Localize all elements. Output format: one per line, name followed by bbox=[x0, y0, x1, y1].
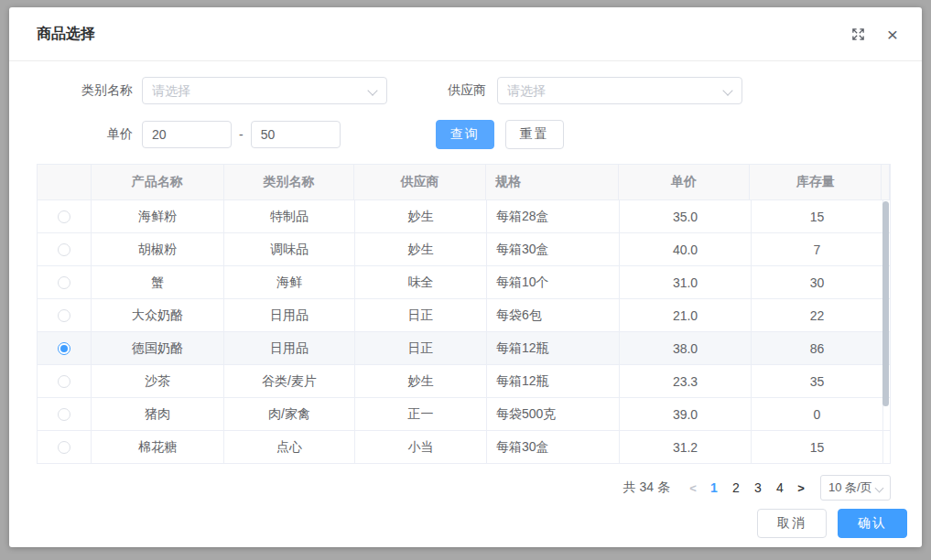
cell-category: 肉/家禽 bbox=[224, 398, 355, 430]
supplier-select-input[interactable] bbox=[497, 77, 742, 104]
cell-spec: 每箱12瓶 bbox=[487, 332, 620, 364]
radio-icon[interactable] bbox=[58, 441, 70, 454]
radio-icon[interactable] bbox=[58, 276, 70, 289]
cell-product: 棉花糖 bbox=[92, 431, 224, 463]
cell-product: 沙茶 bbox=[92, 365, 224, 397]
row-radio-cell bbox=[38, 332, 92, 364]
cell-price: 39.0 bbox=[620, 398, 752, 430]
cell-product: 蟹 bbox=[92, 266, 224, 298]
price-min-input[interactable] bbox=[142, 121, 232, 148]
page-number-3[interactable]: 3 bbox=[748, 480, 768, 495]
category-select-input[interactable] bbox=[142, 77, 387, 104]
header-product: 产品名称 bbox=[92, 165, 224, 199]
radio-icon[interactable] bbox=[58, 309, 70, 322]
cell-spec: 每箱30盒 bbox=[487, 233, 620, 265]
cell-category: 点心 bbox=[224, 431, 355, 463]
close-icon[interactable]: × bbox=[883, 25, 902, 43]
dialog-footer: 取消 确认 bbox=[757, 509, 907, 538]
table-row[interactable]: 蟹海鲜味全每箱10个31.030 bbox=[38, 265, 890, 298]
table-row[interactable]: 海鲜粉特制品妙生每箱28盒35.015 bbox=[38, 199, 890, 232]
cancel-button[interactable]: 取消 bbox=[757, 509, 827, 538]
cell-supplier: 味全 bbox=[355, 266, 487, 298]
product-table: 产品名称 类别名称 供应商 规格 单价 库存量 海鲜粉特制品妙生每箱28盒35.… bbox=[37, 164, 891, 464]
cell-supplier: 日正 bbox=[355, 299, 487, 331]
cell-price: 40.0 bbox=[620, 233, 752, 265]
search-button[interactable]: 查询 bbox=[436, 120, 494, 149]
price-label: 单价 bbox=[9, 126, 142, 143]
cell-stock: 7 bbox=[752, 233, 883, 265]
row-radio-cell bbox=[38, 299, 92, 331]
page-list: 1234 bbox=[703, 480, 791, 495]
page-number-1[interactable]: 1 bbox=[704, 480, 724, 495]
radio-icon[interactable] bbox=[58, 243, 70, 256]
page-size-select[interactable]: 10 条/页 bbox=[820, 475, 891, 501]
cell-stock: 22 bbox=[752, 299, 883, 331]
supplier-label: 供应商 bbox=[387, 82, 497, 99]
cell-category: 海鲜 bbox=[224, 266, 355, 298]
cell-stock: 15 bbox=[752, 431, 883, 463]
cell-stock: 15 bbox=[752, 200, 883, 232]
table-row[interactable]: 大众奶酪日用品日正每袋6包21.022 bbox=[38, 298, 890, 331]
table-row[interactable]: 胡椒粉调味品妙生每箱30盒40.07 bbox=[38, 232, 890, 265]
header-category: 类别名称 bbox=[224, 165, 355, 199]
filter-form: 类别名称 供应商 单价 - 查询 重置 bbox=[9, 61, 922, 149]
row-radio-cell bbox=[38, 233, 92, 265]
table-row[interactable]: 沙茶谷类/麦片妙生每箱12瓶23.335 bbox=[38, 364, 890, 397]
cell-supplier: 妙生 bbox=[355, 233, 487, 265]
cell-supplier: 妙生 bbox=[355, 365, 487, 397]
cell-price: 31.0 bbox=[620, 266, 752, 298]
table-row[interactable]: 棉花糖点心小当每箱30盒31.215 bbox=[38, 430, 890, 463]
header-stock: 库存量 bbox=[750, 165, 882, 199]
cell-supplier: 正一 bbox=[355, 398, 487, 430]
row-radio-cell bbox=[38, 365, 92, 397]
next-page-icon[interactable]: > bbox=[791, 481, 811, 495]
supplier-select[interactable] bbox=[497, 77, 742, 104]
header-gutter bbox=[882, 165, 890, 199]
cell-price: 35.0 bbox=[620, 200, 752, 232]
table-body: 海鲜粉特制品妙生每箱28盒35.015胡椒粉调味品妙生每箱30盒40.07蟹海鲜… bbox=[38, 199, 890, 463]
table-header-row: 产品名称 类别名称 供应商 规格 单价 库存量 bbox=[38, 165, 890, 199]
cell-spec: 每箱10个 bbox=[487, 266, 620, 298]
cell-product: 大众奶酪 bbox=[92, 299, 224, 331]
table-row[interactable]: 猪肉肉/家禽正一每袋500克39.00 bbox=[38, 397, 890, 430]
fullscreen-icon[interactable] bbox=[849, 25, 867, 43]
page-size-label: 10 条/页 bbox=[828, 479, 872, 496]
cell-price: 23.3 bbox=[620, 365, 752, 397]
cell-category: 日用品 bbox=[224, 332, 355, 364]
dialog-title: 商品选择 bbox=[37, 25, 849, 44]
row-radio-cell bbox=[38, 431, 92, 463]
radio-icon[interactable] bbox=[58, 408, 70, 421]
row-radio-cell bbox=[38, 398, 92, 430]
prev-page-icon[interactable]: < bbox=[683, 481, 703, 495]
chevron-down-icon bbox=[875, 484, 884, 493]
radio-icon[interactable] bbox=[58, 375, 70, 388]
row-radio-cell bbox=[38, 200, 92, 232]
cell-spec: 每袋500克 bbox=[487, 398, 620, 430]
header-radio bbox=[38, 165, 92, 199]
cell-product: 海鲜粉 bbox=[92, 200, 224, 232]
fullscreen-icon-svg bbox=[851, 27, 865, 41]
price-range-separator: - bbox=[239, 127, 244, 142]
pagination: 共 34 条 < 1234 > 10 条/页 bbox=[9, 475, 922, 501]
radio-checked-icon[interactable] bbox=[58, 342, 70, 355]
cell-product: 猪肉 bbox=[92, 398, 224, 430]
page-number-4[interactable]: 4 bbox=[770, 480, 790, 495]
cell-stock: 30 bbox=[752, 266, 883, 298]
category-select[interactable] bbox=[142, 77, 387, 104]
cell-spec: 每箱28盒 bbox=[487, 200, 620, 232]
cell-stock: 35 bbox=[752, 365, 883, 397]
page-number-2[interactable]: 2 bbox=[726, 480, 746, 495]
table-row[interactable]: 德国奶酪日用品日正每箱12瓶38.086 bbox=[38, 331, 890, 364]
cell-stock: 86 bbox=[752, 332, 883, 364]
cell-price: 21.0 bbox=[620, 299, 752, 331]
header-spec: 规格 bbox=[486, 165, 619, 199]
header-price: 单价 bbox=[619, 165, 751, 199]
cell-category: 日用品 bbox=[224, 299, 355, 331]
table-scrollbar-thumb[interactable] bbox=[882, 201, 889, 406]
radio-icon[interactable] bbox=[58, 210, 70, 223]
price-max-input[interactable] bbox=[251, 121, 341, 148]
row-radio-cell bbox=[38, 266, 92, 298]
confirm-button[interactable]: 确认 bbox=[838, 509, 907, 538]
reset-button[interactable]: 重置 bbox=[505, 120, 564, 149]
cell-product: 胡椒粉 bbox=[92, 233, 224, 265]
